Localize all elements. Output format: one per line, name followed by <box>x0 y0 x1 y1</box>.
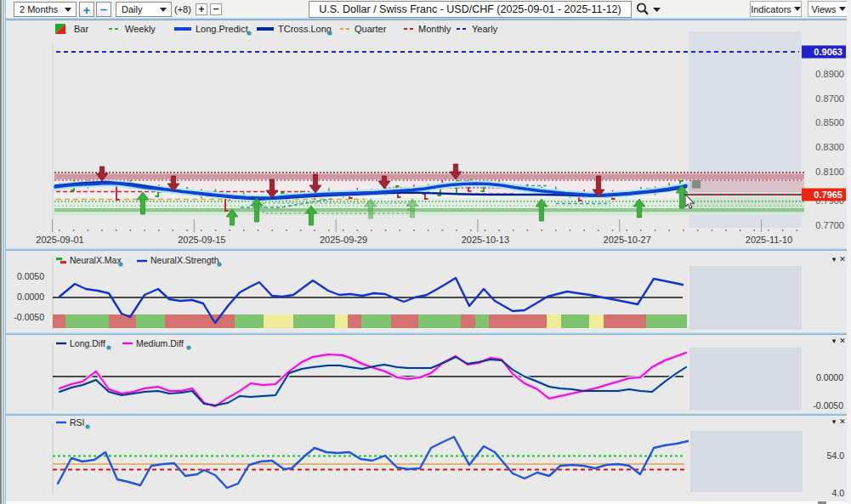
svg-text:2025-09-15: 2025-09-15 <box>178 235 225 245</box>
svg-text:▾: ▾ <box>832 255 837 263</box>
svg-text:TCross.Long: TCross.Long <box>278 24 332 34</box>
svg-text:NeuralX.Max: NeuralX.Max <box>70 255 122 265</box>
svg-text:54.0: 54.0 <box>827 450 845 461</box>
svg-text:Bar: Bar <box>74 24 88 34</box>
svg-text:2025-10-27: 2025-10-27 <box>604 235 651 245</box>
svg-text:2025-10-13: 2025-10-13 <box>462 235 509 245</box>
svg-text:Yearly: Yearly <box>472 24 498 34</box>
svg-text:0.0000: 0.0000 <box>816 372 843 382</box>
svg-text:0.8100: 0.8100 <box>815 167 844 177</box>
svg-text:▾: ▾ <box>832 417 837 426</box>
svg-text:✕: ✕ <box>839 337 846 345</box>
svg-text:RSI: RSI <box>70 417 85 428</box>
svg-text:-0.0050: -0.0050 <box>14 312 44 322</box>
svg-text:0.0050: 0.0050 <box>17 271 44 281</box>
svg-text:Long.Diff: Long.Diff <box>70 338 105 348</box>
svg-text:0.0000: 0.0000 <box>17 292 44 302</box>
svg-text:0.8700: 0.8700 <box>815 93 844 104</box>
svg-text:▾: ▾ <box>832 337 837 345</box>
svg-text:Monthly: Monthly <box>418 24 451 34</box>
svg-text:0.8900: 0.8900 <box>815 69 844 79</box>
svg-text:2025-09-01: 2025-09-01 <box>36 235 83 245</box>
svg-text:Medium.Diff: Medium.Diff <box>136 338 184 348</box>
svg-text:0.8300: 0.8300 <box>815 142 844 152</box>
svg-text:NeuralX.Strength: NeuralX.Strength <box>150 255 219 265</box>
svg-text:0.8500: 0.8500 <box>815 117 844 127</box>
svg-text:2025-09-29: 2025-09-29 <box>320 235 367 245</box>
svg-text:0.7700: 0.7700 <box>815 220 844 230</box>
svg-text:✕: ✕ <box>839 417 846 426</box>
svg-text:Long.Predict: Long.Predict <box>196 24 248 34</box>
svg-text:Weekly: Weekly <box>125 24 156 34</box>
svg-text:✕: ✕ <box>839 255 846 263</box>
svg-text:-0.0050: -0.0050 <box>813 400 843 411</box>
svg-text:Quarter: Quarter <box>355 24 387 34</box>
svg-text:2025-11-10: 2025-11-10 <box>746 235 792 245</box>
svg-text:0.7965: 0.7965 <box>814 190 842 200</box>
svg-text:0.9063: 0.9063 <box>814 47 842 57</box>
svg-text:4.0: 4.0 <box>831 488 844 498</box>
